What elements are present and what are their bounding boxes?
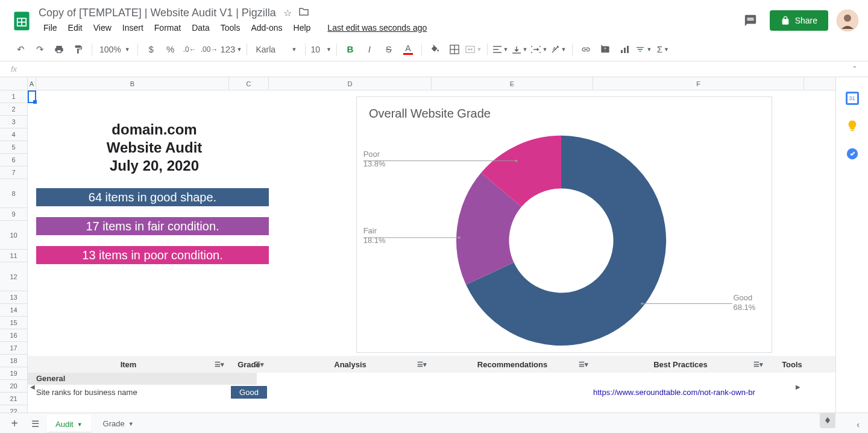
share-button[interactable]: Share — [770, 10, 828, 31]
row-header[interactable]: 1 — [0, 90, 27, 103]
formula-bar[interactable]: fx — [0, 62, 868, 77]
comments-icon[interactable] — [740, 10, 761, 31]
move-folder-icon[interactable] — [299, 7, 309, 18]
menu-insert[interactable]: Insert — [118, 21, 148, 35]
last-edit-link[interactable]: Last edit was seconds ago — [322, 21, 432, 35]
italic-button[interactable]: I — [361, 41, 378, 58]
th-tools[interactable]: Tools — [768, 356, 816, 373]
row-header[interactable]: 16 — [0, 329, 27, 342]
row-header[interactable]: 5 — [0, 141, 27, 154]
filter-button[interactable]: ▼ — [635, 41, 652, 58]
borders-button[interactable] — [446, 41, 463, 58]
currency-button[interactable]: $ — [143, 41, 160, 58]
show-side-panel-icon[interactable]: ‹ — [857, 420, 860, 429]
row-header[interactable]: 7 — [0, 166, 27, 179]
filter-icon[interactable]: ☰▾ — [254, 361, 264, 368]
menu-help[interactable]: Help — [289, 21, 316, 35]
tab-grade[interactable]: Grade▼ — [95, 416, 142, 432]
th-bp[interactable]: Best Practices☰▾ — [593, 356, 768, 373]
filter-icon[interactable]: ☰▾ — [417, 361, 427, 368]
strike-button[interactable]: S — [380, 41, 397, 58]
chart-button[interactable] — [616, 41, 633, 58]
col-header[interactable]: C — [229, 77, 269, 90]
row-header[interactable]: 18 — [0, 355, 27, 367]
select-all-corner[interactable] — [0, 77, 28, 90]
row-header[interactable]: 8 — [0, 179, 27, 208]
filter-icon[interactable]: ☰▾ — [579, 361, 588, 368]
collapse-toolbar-icon[interactable]: ˆ — [854, 65, 856, 74]
spreadsheet-grid[interactable]: A B C D E F 1234567891011121314151617181… — [0, 77, 835, 412]
document-title[interactable]: Copy of [TEMPLATE] | Website Audit V1 | … — [39, 7, 276, 19]
avatar[interactable] — [837, 10, 858, 31]
add-sheet-button[interactable]: + — [6, 416, 23, 432]
redo-button[interactable]: ↷ — [31, 41, 48, 58]
number-format-dropdown[interactable]: 123▼ — [220, 41, 242, 58]
horizontal-scrollbar[interactable]: ◀ ▶ — [28, 382, 803, 391]
functions-button[interactable]: Σ▼ — [655, 41, 671, 58]
calendar-icon[interactable]: 31 — [846, 92, 859, 105]
row-header[interactable]: 12 — [0, 262, 27, 291]
tasks-icon[interactable] — [846, 147, 859, 160]
row-header[interactable]: 21 — [0, 393, 27, 405]
donut-chart[interactable]: Overall Website Grade Poor 13.8% Fair 18… — [356, 96, 772, 353]
wrap-button[interactable]: ▼ — [531, 41, 548, 58]
row-header[interactable]: 3 — [0, 116, 27, 128]
row-header[interactable]: 2 — [0, 103, 27, 116]
menu-format[interactable]: Format — [149, 21, 186, 35]
col-header[interactable]: D — [269, 77, 432, 90]
row-header[interactable]: 13 — [0, 291, 27, 304]
th-grade[interactable]: Grade☰▾ — [229, 356, 269, 373]
paint-format-button[interactable] — [70, 41, 87, 58]
halign-button[interactable]: ▼ — [492, 41, 509, 58]
scroll-right-icon[interactable]: ▶ — [793, 382, 803, 391]
bold-button[interactable]: B — [342, 41, 359, 58]
row-header[interactable]: 17 — [0, 342, 27, 355]
percent-button[interactable]: % — [162, 41, 179, 58]
col-header[interactable]: B — [36, 77, 229, 90]
row-header[interactable]: 14 — [0, 304, 27, 317]
print-button[interactable] — [51, 41, 68, 58]
merge-button[interactable]: ▼ — [465, 41, 482, 58]
row-header[interactable]: 6 — [0, 154, 27, 166]
menu-edit[interactable]: Edit — [63, 21, 87, 35]
menu-data[interactable]: Data — [187, 21, 215, 35]
scroll-left-icon[interactable]: ◀ — [28, 382, 37, 391]
row-header[interactable]: 19 — [0, 367, 27, 380]
row-header[interactable]: 9 — [0, 208, 27, 221]
filter-icon[interactable]: ☰▾ — [753, 361, 763, 368]
font-size-dropdown[interactable]: 10▼ — [310, 41, 332, 58]
tab-audit[interactable]: Audit▼ — [47, 415, 91, 432]
row-header[interactable]: 4 — [0, 128, 27, 141]
all-sheets-button[interactable]: ☰ — [27, 416, 43, 432]
zoom-dropdown[interactable]: 100%▼ — [97, 41, 133, 58]
row-header[interactable]: 11 — [0, 250, 27, 262]
keep-icon[interactable] — [846, 119, 859, 133]
star-icon[interactable]: ☆ — [283, 7, 292, 19]
menu-view[interactable]: View — [89, 21, 116, 35]
filter-icon[interactable]: ☰▾ — [215, 361, 224, 368]
increase-decimal-button[interactable]: .00→ — [201, 41, 218, 58]
menu-file[interactable]: File — [39, 21, 62, 35]
font-family-dropdown[interactable]: Karla▼ — [252, 41, 300, 58]
col-header[interactable]: F — [593, 77, 804, 90]
menu-tools[interactable]: Tools — [216, 21, 245, 35]
undo-button[interactable]: ↶ — [12, 41, 29, 58]
row-header[interactable]: 20 — [0, 380, 27, 393]
explore-button[interactable] — [820, 412, 835, 428]
rotate-button[interactable]: A▼ — [550, 41, 567, 58]
th-item[interactable]: Item☰▾ — [28, 356, 229, 373]
comment-button[interactable]: + — [597, 41, 614, 58]
menu-addons[interactable]: Add-ons — [246, 21, 287, 35]
row-header[interactable]: 15 — [0, 317, 27, 329]
link-button[interactable] — [577, 41, 594, 58]
fill-color-button[interactable] — [427, 41, 444, 58]
col-header[interactable]: E — [432, 77, 593, 90]
col-header[interactable]: A — [28, 77, 36, 90]
text-color-button[interactable]: A — [400, 41, 417, 58]
th-analysis[interactable]: Analysis☰▾ — [269, 356, 432, 373]
row-header[interactable]: 10 — [0, 221, 27, 250]
decrease-decimal-button[interactable]: .0← — [181, 41, 198, 58]
row-header[interactable]: 22 — [0, 405, 27, 412]
valign-button[interactable]: ▼ — [512, 41, 529, 58]
th-reco[interactable]: Recommendations☰▾ — [432, 356, 593, 373]
